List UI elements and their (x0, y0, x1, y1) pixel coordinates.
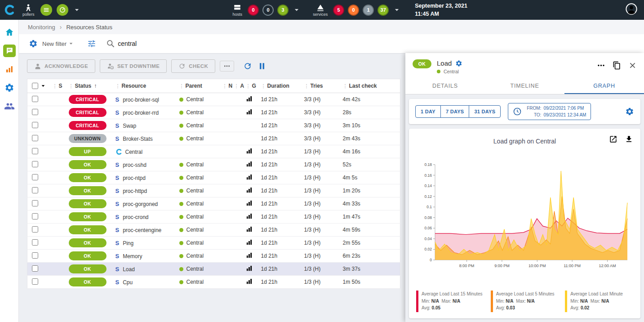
parent-name[interactable]: Central (187, 188, 204, 194)
status-counter-badge[interactable]: 37 (378, 4, 389, 16)
new-filter-dropdown[interactable]: New filter (42, 40, 75, 47)
pause-refresh-button[interactable] (258, 62, 266, 71)
legend-item[interactable]: Average Load Last Minute Min: N/A Max: N… (565, 291, 633, 312)
resource-name[interactable]: proc-ntpd (123, 175, 146, 181)
column-header-parent[interactable]: Parent (186, 83, 202, 89)
hosts-menu[interactable]: hosts (233, 4, 243, 17)
resource-name[interactable]: proc-sshd (123, 162, 147, 168)
resource-name[interactable]: Cpu (123, 279, 133, 286)
acknowledge-button[interactable]: ACKNOWLEDGE (27, 59, 95, 73)
table-row[interactable]: CRITICAL SSwap Central 1d 21h 3/3 (H) 3m… (27, 119, 400, 132)
row-checkbox[interactable] (32, 213, 38, 219)
table-row[interactable]: OK Sproc-httpd Central 1d 21h 1/3 (H) 1m… (27, 184, 400, 197)
status-counter-badge[interactable]: 0 (262, 4, 274, 16)
breadcrumb-monitoring[interactable]: Monitoring (28, 24, 55, 31)
graph-icon[interactable] (246, 278, 253, 285)
services-chevron-icon[interactable] (392, 5, 401, 14)
table-row[interactable]: OK SPing Central 1d 21h 1/3 (H) 2m 55s (27, 237, 400, 250)
graph-icon[interactable] (246, 265, 253, 272)
column-header-action[interactable]: A (240, 83, 244, 89)
centreon-logo[interactable] (0, 0, 19, 20)
tab-details[interactable]: DETAILS (405, 78, 485, 94)
graph-icon[interactable] (246, 200, 253, 206)
row-checkbox[interactable] (32, 96, 38, 102)
resource-name[interactable]: proc-httpd (123, 188, 147, 194)
graph-icon[interactable] (246, 108, 253, 115)
table-row[interactable]: CRITICAL Sproc-broker-rrd Central 1d 21h… (27, 106, 400, 119)
resource-name[interactable]: proc-broker-sql (123, 97, 159, 103)
column-drag-icon[interactable]: ⋮ (222, 83, 227, 89)
resource-name[interactable]: proc-crond (123, 214, 148, 220)
parent-name[interactable]: Central (187, 96, 204, 103)
status-counter-badge[interactable]: 3 (277, 4, 289, 16)
select-all-checkbox[interactable] (32, 83, 38, 89)
table-row[interactable]: UP Central 1d 21h 1/3 (H) 4m 16s (27, 145, 400, 158)
resource-name[interactable]: proc-gorgoned (123, 201, 158, 207)
parent-name[interactable]: Central (187, 161, 204, 168)
row-checkbox[interactable] (32, 226, 38, 233)
search-input[interactable] (118, 40, 306, 47)
row-checkbox[interactable] (32, 239, 38, 246)
row-checkbox[interactable] (32, 187, 38, 193)
tab-graph[interactable]: GRAPH (564, 78, 644, 94)
breadcrumb-resources-status[interactable]: Resources Status (66, 24, 112, 31)
table-row[interactable]: OK Sproc-crond Central 1d 21h 1/3 (H) 1m… (27, 210, 400, 224)
poller-configuration-button[interactable] (40, 4, 52, 16)
table-row[interactable]: OK SLoad Central 1d 21h 1/3 (H) 3m 37s (27, 263, 400, 276)
column-header-graph[interactable]: G (252, 83, 256, 89)
period-1-day-button[interactable]: 1 DAY (415, 105, 441, 118)
check-button[interactable]: CHECK (171, 59, 215, 73)
period-7-days-button[interactable]: 7 DAYS (440, 105, 470, 118)
status-counter-badge[interactable]: 5 (333, 4, 344, 16)
resource-name[interactable]: Ping (123, 240, 133, 246)
column-header-severity[interactable]: S (59, 83, 62, 89)
export-graph-icon[interactable] (609, 135, 617, 143)
row-checkbox[interactable] (32, 122, 38, 128)
sidebar-item-reporting[interactable] (3, 63, 16, 76)
set-downtime-button[interactable]: SET DOWNTIME (100, 59, 167, 73)
column-header-tries[interactable]: Tries (311, 83, 323, 89)
pollers-chevron-icon[interactable] (72, 5, 81, 14)
graph-icon[interactable] (246, 95, 253, 102)
table-row[interactable]: CRITICAL Sproc-broker-sql Central 1d 21h… (27, 93, 400, 106)
resource-name[interactable]: Memory (123, 253, 142, 259)
status-counter-badge[interactable]: 0 (348, 4, 359, 16)
resource-name[interactable]: Load (123, 266, 135, 273)
column-header-last-check[interactable]: Last check (349, 83, 377, 89)
resource-name[interactable]: Central (125, 149, 143, 155)
graph-icon[interactable] (246, 213, 253, 219)
row-checkbox[interactable] (32, 200, 38, 206)
row-checkbox[interactable] (32, 265, 38, 272)
selection-menu-chevron-icon[interactable] (40, 82, 47, 89)
parent-name[interactable]: Central (187, 201, 204, 207)
hosts-chevron-icon[interactable] (292, 5, 301, 14)
panel-parent-name[interactable]: Central (444, 69, 459, 74)
parent-name[interactable]: Central (187, 109, 204, 116)
row-checkbox[interactable] (32, 278, 38, 285)
legend-item[interactable]: Average Load Last 15 Minutes Min: N/A Ma… (416, 291, 484, 312)
parent-name[interactable]: Central (187, 266, 204, 272)
graph-icon[interactable] (246, 187, 253, 193)
sidebar-item-administration[interactable] (3, 100, 16, 112)
column-header-resource[interactable]: Resource (122, 83, 147, 89)
graph-icon[interactable] (246, 161, 253, 167)
filter-settings-gear-icon[interactable] (29, 39, 38, 48)
graph-settings-gear-icon[interactable] (625, 107, 634, 116)
download-graph-icon[interactable] (625, 135, 633, 143)
table-row[interactable]: OK Sproc-ntpd Central 1d 21h 1/3 (H) 4m … (27, 171, 400, 184)
parent-name[interactable]: Central (187, 174, 204, 181)
column-drag-icon[interactable]: ⋮ (69, 83, 74, 89)
column-header-status[interactable]: Status (75, 83, 92, 89)
resource-name[interactable]: Swap (123, 123, 136, 129)
column-drag-icon[interactable]: ⋮ (261, 83, 266, 89)
graph-icon[interactable] (246, 239, 253, 246)
poller-statistics-button[interactable] (57, 4, 68, 16)
column-drag-icon[interactable]: ⋮ (53, 83, 58, 89)
custom-time-range[interactable]: FROM:09/22/2021 7:06 PM TO:09/23/2021 12… (508, 103, 591, 120)
row-checkbox[interactable] (32, 252, 38, 259)
row-checkbox[interactable] (32, 135, 38, 141)
tab-timeline[interactable]: TIMELINE (485, 78, 564, 94)
panel-more-icon[interactable] (597, 61, 605, 70)
column-drag-icon[interactable]: ⋮ (246, 83, 251, 89)
column-drag-icon[interactable]: ⋮ (115, 83, 120, 89)
